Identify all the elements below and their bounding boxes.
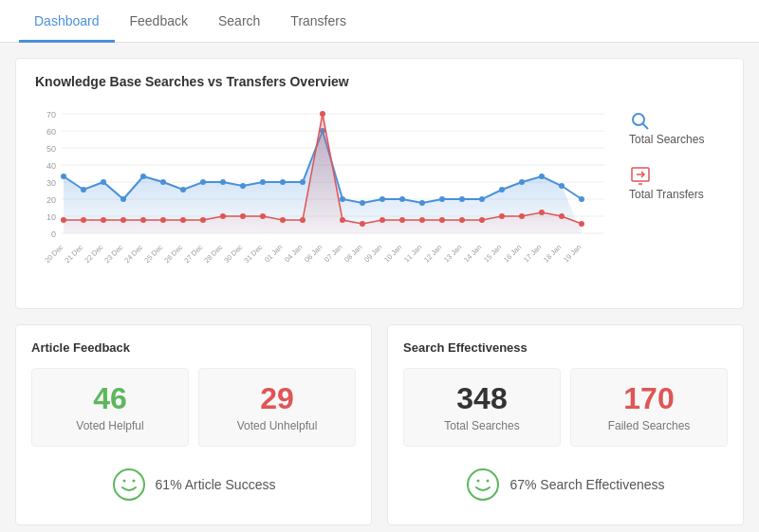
svg-point-64 [439,217,445,223]
svg-text:25 Dec: 25 Dec [142,243,164,265]
legend-total-transfers: Total Transfers [629,165,724,201]
svg-text:20 Dec: 20 Dec [43,243,65,265]
svg-text:27 Dec: 27 Dec [182,243,204,265]
svg-text:26 Dec: 26 Dec [162,243,184,265]
svg-point-106 [132,480,135,483]
svg-point-47 [101,217,106,223]
svg-point-105 [122,480,125,483]
search-effectiveness-boxes: 348 Total Searches 170 Failed Searches [403,368,728,447]
bottom-cards: Article Feedback 46 Voted Helpful 29 Vot… [15,324,744,525]
svg-point-108 [477,480,480,483]
svg-point-48 [120,217,126,223]
search-effectiveness-percent: 67% Search Effectiveness [509,477,664,492]
total-searches-box: 348 Total Searches [403,368,561,447]
legend-searches-label: Total Searches [629,133,704,146]
svg-point-41 [539,174,545,179]
voted-unhelpful-label: Voted Unhelpful [209,419,345,432]
svg-point-54 [240,213,246,219]
voted-unhelpful-box: 29 Voted Unhelpful [198,368,356,447]
svg-point-109 [487,480,490,483]
svg-point-65 [459,217,465,223]
svg-text:08 Jan: 08 Jan [342,243,363,264]
svg-text:22 Dec: 22 Dec [83,243,104,265]
svg-point-24 [200,179,206,185]
svg-point-56 [280,217,286,223]
svg-point-25 [220,179,226,185]
svg-point-51 [180,217,186,223]
svg-text:16 Jan: 16 Jan [502,243,523,264]
total-searches-label: Total Searches [414,419,550,432]
chart-area: 70 60 50 40 30 20 10 0 [35,101,724,293]
svg-point-62 [399,217,405,223]
svg-text:06 Jan: 06 Jan [303,243,324,264]
chart-svg-container: 70 60 50 40 30 20 10 0 [35,101,620,293]
svg-point-33 [380,196,385,202]
voted-helpful-box: 46 Voted Helpful [31,368,189,447]
svg-point-49 [140,217,146,223]
svg-point-58 [320,111,325,117]
legend-transfers-label: Total Transfers [629,188,704,201]
app-container: Dashboard Feedback Search Transfers Know… [0,0,759,532]
svg-text:13 Jan: 13 Jan [442,243,463,264]
svg-text:21 Dec: 21 Dec [63,243,84,265]
svg-point-59 [340,217,345,223]
chart-card: Knowledge Base Searches vs Transfers Ove… [15,58,744,309]
svg-text:20: 20 [46,195,56,205]
svg-text:23 Dec: 23 Dec [102,243,124,265]
svg-text:04 Jan: 04 Jan [283,243,304,264]
svg-point-28 [280,179,286,185]
failed-searches-label: Failed Searches [581,419,717,432]
tab-feedback[interactable]: Feedback [115,0,203,43]
svg-point-36 [439,196,445,202]
svg-text:10: 10 [46,212,56,222]
svg-text:19 Jan: 19 Jan [562,243,583,264]
svg-point-67 [499,213,505,219]
svg-point-71 [579,221,584,227]
svg-text:24 Dec: 24 Dec [122,243,144,265]
chart-svg: 70 60 50 40 30 20 10 0 [35,101,614,290]
svg-point-26 [240,183,246,189]
svg-point-37 [459,196,465,202]
svg-point-50 [160,217,166,223]
total-searches-number: 348 [414,382,550,415]
svg-point-29 [300,179,305,185]
svg-point-61 [380,217,385,223]
svg-point-42 [559,183,565,189]
svg-text:15 Jan: 15 Jan [482,243,503,264]
svg-point-19 [101,179,106,185]
tab-transfers[interactable]: Transfers [275,0,361,43]
tab-dashboard[interactable]: Dashboard [19,0,115,43]
svg-point-68 [519,213,525,219]
tab-search[interactable]: Search [203,0,275,43]
svg-point-21 [140,174,146,179]
main-content: Knowledge Base Searches vs Transfers Ove… [0,43,759,532]
svg-text:10 Jan: 10 Jan [382,243,403,264]
search-icon [629,110,652,133]
svg-point-57 [300,217,305,223]
svg-point-35 [419,200,425,206]
svg-point-22 [160,179,166,185]
svg-point-17 [61,174,66,179]
svg-line-100 [643,124,649,130]
svg-text:60: 60 [46,127,56,137]
voted-helpful-number: 46 [42,382,178,415]
svg-point-23 [180,187,186,193]
svg-point-34 [399,196,405,202]
svg-text:31 Dec: 31 Dec [242,243,264,265]
svg-text:11 Jan: 11 Jan [402,243,423,264]
svg-point-46 [81,217,86,223]
svg-point-66 [479,217,485,223]
chart-title: Knowledge Base Searches vs Transfers Ove… [35,74,724,89]
svg-text:07 Jan: 07 Jan [323,243,343,264]
article-feedback-card: Article Feedback 46 Voted Helpful 29 Vot… [15,324,372,525]
svg-point-32 [360,200,365,206]
failed-searches-number: 170 [581,382,717,415]
svg-point-39 [499,187,505,193]
search-effectiveness-row: 67% Search Effectiveness [403,460,728,509]
smiley-icon-article [112,468,146,502]
svg-point-63 [419,217,425,223]
voted-helpful-label: Voted Helpful [42,419,178,432]
svg-point-43 [579,196,584,202]
svg-point-104 [114,469,144,500]
search-effectiveness-card: Search Effectiveness 348 Total Searches … [387,324,744,525]
